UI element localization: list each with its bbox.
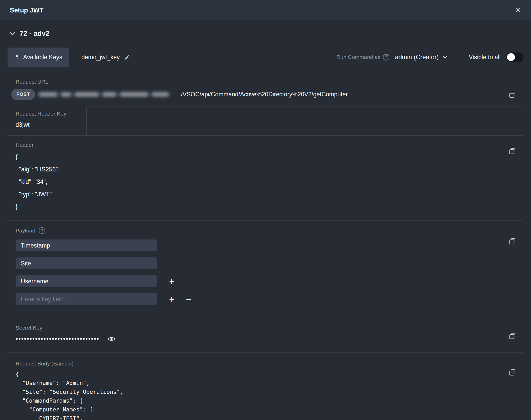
redacted-url-host	[38, 90, 181, 99]
close-icon[interactable]: ✕	[515, 6, 521, 14]
copy-url-icon[interactable]	[508, 91, 516, 98]
request-header-key-label: Request Header Key	[16, 111, 86, 117]
available-keys-label: Available Keys	[23, 54, 62, 61]
section-title: 72 - adv2	[19, 30, 50, 38]
payload-new-key-field[interactable]	[16, 293, 157, 305]
reveal-eye-icon[interactable]	[107, 336, 116, 342]
request-url-path: /VSOC/api/Command/Active%20Directory%20V…	[181, 91, 348, 98]
run-command-as-label: Run Command as	[336, 54, 380, 60]
toggle-knob	[507, 53, 515, 61]
available-keys-button[interactable]: Available Keys	[8, 48, 69, 67]
payload-help-icon[interactable]: ?	[39, 227, 45, 234]
copy-request-body-icon[interactable]	[508, 368, 516, 376]
secret-key-masked-value: ••••••••••••••••••••••••••••••	[16, 336, 100, 342]
modal-body: 72 - adv2 Available Keys demo_jwt_key Ru…	[0, 30, 531, 420]
header-label: Header	[16, 142, 523, 148]
request-body-label: Request Body (Sample)	[16, 361, 523, 367]
request-body-json: { "Username": "Admin", "Site": "Security…	[16, 370, 523, 420]
visible-to-all-label: Visible to all	[469, 54, 501, 61]
http-method-badge: POST	[11, 89, 35, 100]
payload-key-field-2[interactable]	[16, 257, 157, 269]
request-url-label: Request URL	[16, 79, 523, 85]
chevron-down-icon	[443, 56, 448, 59]
header-json: { "alg": "HS256", "kid": "34", "typ": "J…	[16, 151, 523, 213]
key-icon	[14, 55, 20, 60]
run-command-help-icon[interactable]: ?	[383, 54, 389, 61]
modal-title: Setup JWT	[10, 6, 43, 14]
payload-label: Payload	[16, 228, 35, 234]
run-as-dropdown-value: admin (Creator)	[395, 54, 439, 61]
copy-payload-icon[interactable]	[508, 237, 516, 245]
visible-to-all-toggle[interactable]	[506, 52, 523, 62]
payload-key-field-3[interactable]	[16, 275, 157, 287]
collapse-chevron-icon[interactable]	[10, 32, 15, 36]
copy-secret-icon[interactable]	[508, 332, 516, 340]
modal-header: Setup JWT ✕	[0, 0, 531, 20]
payload-key-field-1[interactable]	[16, 239, 157, 251]
request-header-key-value: d3jwt	[16, 121, 86, 128]
secret-key-label: Secret Key	[16, 325, 523, 331]
remove-key-button[interactable]: −	[185, 295, 193, 304]
add-key-button[interactable]: +	[168, 295, 176, 304]
copy-header-icon[interactable]	[508, 147, 516, 155]
run-as-dropdown[interactable]: admin (Creator)	[395, 54, 448, 61]
edit-pencil-icon[interactable]	[124, 54, 130, 60]
jwt-key-name: demo_jwt_key	[81, 54, 120, 61]
add-key-button[interactable]: +	[168, 277, 176, 286]
